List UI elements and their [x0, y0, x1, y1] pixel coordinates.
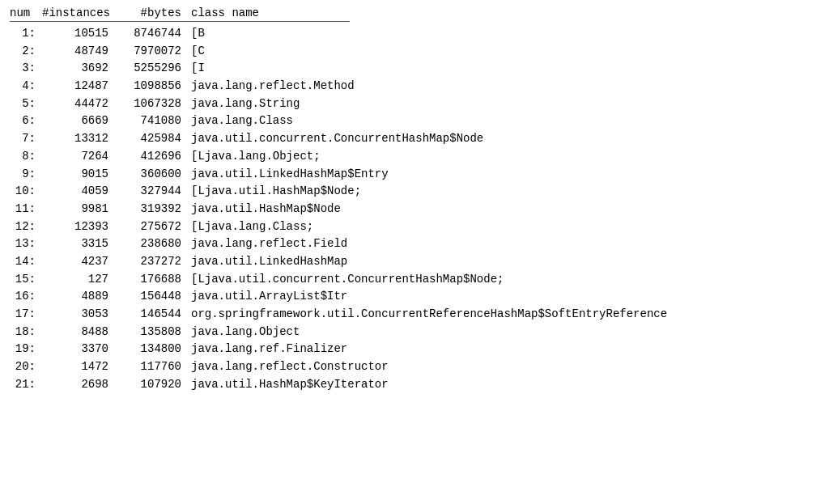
cell-instances: 8488 — [42, 324, 115, 341]
cell-bytes: 741080 — [115, 112, 188, 130]
table-row: 14:4237237272java.util.LinkedHashMap — [10, 253, 819, 271]
cell-classname: [Ljava.lang.Object; — [188, 148, 819, 166]
cell-bytes: 146544 — [115, 306, 188, 324]
cell-num: 12: — [10, 218, 42, 236]
cell-num: 6: — [10, 112, 42, 130]
cell-classname: [Ljava.util.concurrent.ConcurrentHashMap… — [188, 271, 819, 289]
cell-num: 17: — [10, 306, 42, 324]
table-row: 13:3315238680java.lang.reflect.Field — [10, 235, 819, 253]
cell-classname: java.util.LinkedHashMap — [188, 253, 819, 271]
cell-instances: 12393 — [42, 218, 115, 236]
cell-instances: 10515 — [42, 25, 115, 43]
cell-instances: 12487 — [42, 78, 115, 95]
cell-bytes: 7970072 — [115, 43, 188, 61]
cell-classname: java.lang.Class — [188, 112, 819, 130]
table-row: 7:13312425984java.util.concurrent.Concur… — [10, 130, 819, 148]
cell-classname: java.util.LinkedHashMap$Entry — [188, 166, 819, 184]
cell-bytes: 238680 — [115, 235, 188, 253]
cell-bytes: 1098856 — [115, 78, 188, 95]
cell-bytes: 275672 — [115, 218, 188, 236]
cell-classname: java.util.HashMap$KeyIterator — [188, 376, 819, 394]
cell-num: 13: — [10, 235, 42, 253]
table-row: 8:7264412696[Ljava.lang.Object; — [10, 148, 819, 166]
cell-bytes: 107920 — [115, 376, 188, 394]
rows-container: 1:105158746744[B2:487497970072[C3:369252… — [10, 25, 819, 393]
cell-instances: 44472 — [42, 95, 115, 113]
cell-bytes: 237272 — [115, 253, 188, 271]
header-instances: #instances — [42, 6, 115, 19]
cell-classname: [I — [188, 60, 819, 78]
cell-bytes: 8746744 — [115, 25, 188, 43]
table-row: 6:6669741080java.lang.Class — [10, 112, 819, 130]
cell-num: 15: — [10, 271, 42, 289]
cell-instances: 48749 — [42, 43, 115, 61]
cell-instances: 127 — [42, 271, 115, 289]
table-row: 11:9981319392java.util.HashMap$Node — [10, 201, 819, 218]
cell-instances: 9015 — [42, 166, 115, 184]
cell-classname: [Ljava.util.HashMap$Node; — [188, 183, 819, 201]
cell-num: 14: — [10, 253, 42, 271]
cell-classname: [B — [188, 25, 819, 43]
table-row: 4:124871098856java.lang.reflect.Method — [10, 78, 819, 95]
cell-classname: [Ljava.lang.Class; — [188, 218, 819, 236]
cell-num: 5: — [10, 95, 42, 113]
header-divider — [10, 21, 350, 22]
cell-num: 20: — [10, 358, 42, 376]
cell-instances: 4059 — [42, 183, 115, 201]
table-header: num #instances #bytes class name — [10, 6, 819, 21]
cell-bytes: 1067328 — [115, 95, 188, 113]
cell-instances: 13312 — [42, 130, 115, 148]
table-row: 2:487497970072[C — [10, 43, 819, 61]
cell-num: 21: — [10, 376, 42, 394]
cell-bytes: 327944 — [115, 183, 188, 201]
cell-instances: 3053 — [42, 306, 115, 324]
cell-bytes: 117760 — [115, 358, 188, 376]
cell-classname: java.lang.reflect.Field — [188, 235, 819, 253]
cell-num: 4: — [10, 78, 42, 95]
cell-num: 16: — [10, 288, 42, 306]
table-row: 3:36925255296[I — [10, 60, 819, 78]
cell-bytes: 360600 — [115, 166, 188, 184]
cell-num: 7: — [10, 130, 42, 148]
cell-classname: java.util.ArrayList$Itr — [188, 288, 819, 306]
cell-num: 3: — [10, 60, 42, 78]
table-row: 1:105158746744[B — [10, 25, 819, 43]
cell-num: 1: — [10, 25, 42, 43]
cell-classname: java.lang.String — [188, 95, 819, 113]
cell-instances: 1472 — [42, 358, 115, 376]
heap-dump-table: num #instances #bytes class name 1:10515… — [10, 6, 819, 393]
table-row: 15:127176688[Ljava.util.concurrent.Concu… — [10, 271, 819, 289]
cell-classname: java.util.HashMap$Node — [188, 201, 819, 218]
cell-bytes: 425984 — [115, 130, 188, 148]
cell-bytes: 176688 — [115, 271, 188, 289]
cell-instances: 3370 — [42, 341, 115, 358]
cell-num: 10: — [10, 183, 42, 201]
cell-bytes: 5255296 — [115, 60, 188, 78]
cell-bytes: 134800 — [115, 341, 188, 358]
table-row: 21:2698107920java.util.HashMap$KeyIterat… — [10, 376, 819, 394]
cell-num: 8: — [10, 148, 42, 166]
cell-classname: java.util.concurrent.ConcurrentHashMap$N… — [188, 130, 819, 148]
table-row: 10:4059327944[Ljava.util.HashMap$Node; — [10, 183, 819, 201]
cell-num: 18: — [10, 324, 42, 341]
table-row: 17:3053146544org.springframework.util.Co… — [10, 306, 819, 324]
cell-classname: java.lang.reflect.Method — [188, 78, 819, 95]
cell-classname: java.lang.Object — [188, 324, 819, 341]
cell-num: 19: — [10, 341, 42, 358]
cell-instances: 6669 — [42, 112, 115, 130]
table-row: 9:9015360600java.util.LinkedHashMap$Entr… — [10, 166, 819, 184]
cell-instances: 2698 — [42, 376, 115, 394]
table-row: 12:12393275672[Ljava.lang.Class; — [10, 218, 819, 236]
table-row: 16:4889156448java.util.ArrayList$Itr — [10, 288, 819, 306]
cell-classname: java.lang.ref.Finalizer — [188, 341, 819, 358]
table-row: 5:444721067328java.lang.String — [10, 95, 819, 113]
cell-num: 2: — [10, 43, 42, 61]
cell-classname: org.springframework.util.ConcurrentRefer… — [188, 306, 819, 324]
cell-instances: 4889 — [42, 288, 115, 306]
cell-num: 9: — [10, 166, 42, 184]
header-classname: class name — [188, 6, 819, 19]
cell-instances: 7264 — [42, 148, 115, 166]
cell-classname: [C — [188, 43, 819, 61]
header-num: num — [10, 6, 42, 19]
table-row: 19:3370134800java.lang.ref.Finalizer — [10, 341, 819, 358]
